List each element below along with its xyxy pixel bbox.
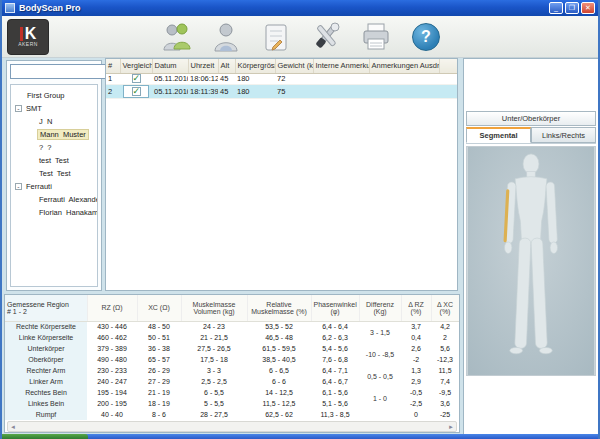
tree-group-smt[interactable]: - SMT <box>11 102 97 115</box>
col-alt[interactable]: Alt <box>218 59 235 73</box>
body-model-panel: Unter/Oberkörper Segmental Links/Rechts <box>463 58 599 435</box>
segment-header-row: Gemessene Region # 1 - 2 RZ (Ω) XC (Ω) M… <box>5 295 459 321</box>
user-icon <box>211 22 241 52</box>
edit-notes-button[interactable] <box>259 20 293 54</box>
table-row[interactable]: Unterkörper 379 - 389 36 - 38 27,5 - 26,… <box>5 343 459 354</box>
taskbar-edge <box>0 434 600 439</box>
tree-item-test-lower[interactable]: test Test <box>11 154 97 167</box>
col-interne-anmerkungen[interactable]: Interne Anmerkungen <box>313 59 369 73</box>
tree-item-j-n[interactable]: J N <box>11 115 97 128</box>
segment-results-table: Gemessene Region # 1 - 2 RZ (Ω) XC (Ω) M… <box>5 295 460 420</box>
col-gewicht[interactable]: Gewicht (kg) <box>275 59 313 73</box>
tree-item-ferrauti-alexander[interactable]: Ferrauti Alexander <box>11 193 97 206</box>
col-num[interactable]: # <box>106 59 120 73</box>
scroll-left-arrow-icon[interactable]: ◄ <box>10 424 16 430</box>
checkbox-editor <box>123 85 149 98</box>
col-differenz[interactable]: Differenz (Kg) <box>359 295 401 321</box>
col-xc[interactable]: XC (Ω) <box>137 295 181 321</box>
col-relative-muskelmasse[interactable]: Relative Muskelmasse (%) <box>247 295 311 321</box>
logo-text: AKERN <box>18 41 38 47</box>
body-figure-image <box>467 147 595 375</box>
start-button-edge[interactable] <box>0 434 88 439</box>
scroll-right-arrow-icon[interactable]: ► <box>448 424 454 430</box>
app-icon <box>5 3 15 13</box>
tab-segmental[interactable]: Segmental <box>466 127 531 143</box>
close-button[interactable]: ✕ <box>581 2 595 14</box>
col-delta-xc[interactable]: Δ XC (%) <box>431 295 459 321</box>
settings-button[interactable] <box>309 20 343 54</box>
tree-item-florian-hanakam[interactable]: Florian Hanakam <box>11 206 97 219</box>
tab-unter-oberkoerper[interactable]: Unter/Oberkörper <box>466 111 596 126</box>
restore-button[interactable]: ❐ <box>565 2 579 14</box>
collapse-icon[interactable]: - <box>15 105 22 112</box>
vergleich-checkbox[interactable] <box>132 74 141 83</box>
session-row-1[interactable]: 1 05.11.2010 18:06:12 45 180 72 <box>106 73 458 84</box>
col-vergleich[interactable]: Vergleich <box>120 59 152 73</box>
right-panel-blank <box>466 61 596 111</box>
col-gemessene-region: Gemessene Region # 1 - 2 <box>5 295 87 321</box>
notepad-pencil-icon <box>261 22 291 52</box>
tree-item-unknown[interactable]: ? ? <box>11 141 97 154</box>
session-row-2[interactable]: 2 05.11.2010 18:11:39 45 180 75 <box>106 84 458 98</box>
col-phasenwinkel[interactable]: Phasenwinkel (φ) <box>311 295 359 321</box>
tree-item-mann-muster[interactable]: Mann Muster <box>11 128 97 141</box>
tree-item-first-group[interactable]: First Group <box>11 89 97 102</box>
vergleich-checkbox[interactable] <box>132 87 141 96</box>
sessions-header-row: # Vergleich Datum Uhrzeit Alt Körpergrös… <box>106 59 458 73</box>
help-button[interactable]: ? <box>409 20 443 54</box>
table-row[interactable]: Rechte Körperseite 430 - 446 48 - 50 24 … <box>5 321 459 332</box>
col-rz[interactable]: RZ (Ω) <box>87 295 137 321</box>
col-datum[interactable]: Datum <box>152 59 188 73</box>
akern-logo: K AKERN <box>7 19 49 55</box>
body-model-view[interactable] <box>466 146 596 376</box>
window-title: BodyScan Pro <box>19 3 549 13</box>
patient-tree: First Group - SMT J N Mann Muster ? ? te… <box>10 84 98 287</box>
sessions-table: # Vergleich Datum Uhrzeit Alt Körpergrös… <box>106 59 458 99</box>
tree-group-ferrauti[interactable]: - Ferrauti <box>11 180 97 193</box>
title-bar: BodyScan Pro _ ❐ ✕ <box>2 0 598 16</box>
col-filler <box>439 59 458 73</box>
users-icon <box>160 22 192 52</box>
col-anmerkungen-ausdruck[interactable]: Anmerkungen Ausdruck <box>369 59 439 73</box>
minimize-button[interactable]: _ <box>549 2 563 14</box>
measurement-sessions-panel: # Vergleich Datum Uhrzeit Alt Körpergrös… <box>105 58 458 291</box>
table-row[interactable]: Rumpf 40 - 40 8 - 6 28 - 27,5 62,5 - 62 … <box>5 409 459 420</box>
print-button[interactable] <box>359 20 393 54</box>
collapse-icon[interactable]: - <box>15 183 22 190</box>
segment-results-panel: Gemessene Region # 1 - 2 RZ (Ω) XC (Ω) M… <box>4 294 460 433</box>
patient-button[interactable] <box>209 20 243 54</box>
tools-icon <box>310 22 342 52</box>
right-panel-footer <box>466 376 596 432</box>
col-delta-rz[interactable]: Δ RZ (%) <box>401 295 431 321</box>
tab-links-rechts[interactable]: Links/Rechts <box>531 127 596 143</box>
toolbar: K AKERN <box>2 16 598 58</box>
col-muskelmasse-volumen[interactable]: Muskelmasse Volumen (kg) <box>181 295 247 321</box>
patient-sidebar: First Group - SMT J N Mann Muster ? ? te… <box>6 60 102 291</box>
logo-letter: K <box>20 27 37 41</box>
patients-group-button[interactable] <box>159 20 193 54</box>
help-icon: ? <box>412 23 440 51</box>
horizontal-scrollbar[interactable]: ◄ ► <box>7 421 457 432</box>
printer-icon <box>360 22 392 52</box>
tree-item-test-upper[interactable]: Test Test <box>11 167 97 180</box>
col-koerpergroesse[interactable]: Körpergrösse <box>235 59 275 73</box>
col-uhrzeit[interactable]: Uhrzeit <box>188 59 218 73</box>
table-row[interactable]: Rechtes Bein 195 - 194 21 - 19 6 - 5,5 1… <box>5 387 459 398</box>
table-row[interactable]: Rechter Arm 230 - 233 26 - 29 3 - 3 6 - … <box>5 365 459 376</box>
